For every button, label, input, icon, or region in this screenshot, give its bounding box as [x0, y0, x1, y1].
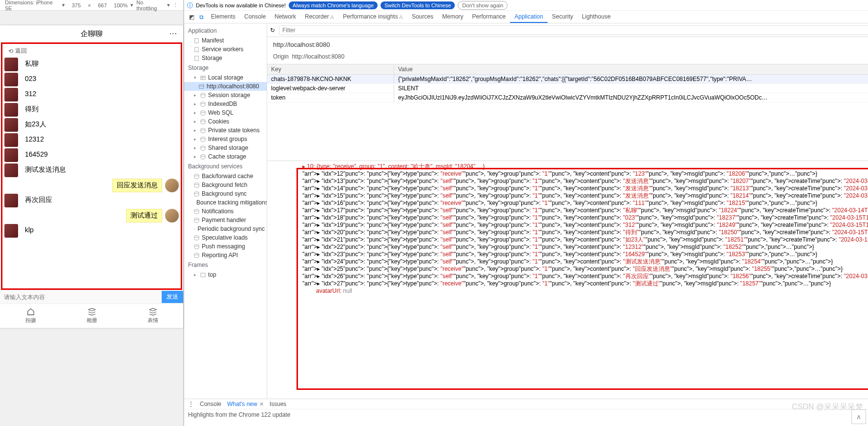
- tabbar-item[interactable]: 相册: [61, 304, 122, 328]
- sidebar-item[interactable]: Notifications: [184, 207, 267, 216]
- avatar[interactable]: [4, 88, 18, 101]
- drawer-tab-whatsnew[interactable]: What's new: [227, 401, 257, 407]
- log-line[interactable]: "arr">▸ "idx">17"punc">: "punc">{"key">t…: [301, 207, 868, 214]
- log-line[interactable]: "arr">▸ "idx">20"punc">: "punc">{"key">t…: [301, 229, 868, 236]
- close-icon[interactable]: ✕: [259, 401, 264, 407]
- tabbar-item[interactable]: 表情: [122, 304, 183, 328]
- log-line[interactable]: "arr">▸ "idx">22"punc">: "punc">{"key">t…: [301, 243, 868, 251]
- match-language-button[interactable]: Always match Chrome's language: [289, 1, 378, 9]
- avatar[interactable]: [4, 58, 18, 71]
- sidebar-frame-top[interactable]: ▸top: [184, 270, 267, 279]
- more-icon[interactable]: ⋮: [173, 2, 178, 8]
- devtools-tab[interactable]: Console: [240, 11, 270, 23]
- devtools-tab[interactable]: Elements: [207, 11, 240, 23]
- log-line[interactable]: ▸ 10: {type: "receive", group: "1", cont…: [301, 163, 868, 170]
- log-line[interactable]: "arr">▸ "idx">19"punc">: "punc">{"key">t…: [301, 222, 868, 229]
- devtools-tab[interactable]: Security: [548, 11, 577, 23]
- drawer-more-icon[interactable]: ⋮: [188, 401, 194, 407]
- sidebar-item[interactable]: Bounce tracking mitigations: [184, 198, 267, 207]
- devtools-tab[interactable]: Lighthouse: [577, 11, 615, 23]
- sidebar-item[interactable]: Back/forward cache: [184, 172, 267, 181]
- log-line[interactable]: "arr">▸ "idx">13"punc">: "punc">{"key">t…: [301, 178, 868, 185]
- inspect-icon[interactable]: ◩: [187, 14, 196, 20]
- sidebar-item[interactable]: Periodic background sync: [184, 224, 267, 233]
- avatar[interactable]: [4, 194, 18, 207]
- message-row[interactable]: 023: [4, 73, 179, 86]
- device-mode-icon[interactable]: ⧉: [197, 14, 206, 20]
- message-row[interactable]: 得到: [4, 103, 179, 117]
- sidebar-item[interactable]: Payment handler: [184, 216, 267, 224]
- drawer-tab-console[interactable]: Console: [200, 401, 221, 407]
- log-line[interactable]: "arr">▸ "idx">23"punc">: "punc">{"key">t…: [301, 251, 868, 258]
- avatar[interactable]: [4, 73, 18, 86]
- device-select[interactable]: Dimensions: iPhone SE: [5, 0, 59, 11]
- sidebar-localhost[interactable]: http://localhost:8080: [184, 82, 267, 91]
- tabbar-item[interactable]: 拍摄: [0, 304, 61, 328]
- sidebar-item[interactable]: ▸Shared storage: [184, 143, 267, 152]
- sidebar-item[interactable]: Push messaging: [184, 242, 267, 251]
- log-line[interactable]: "arr">▸ "idx">26"punc">: "punc">{"key">t…: [301, 273, 868, 280]
- log-line[interactable]: "arr">▸ "idx">25"punc">: "punc">{"key">t…: [301, 265, 868, 273]
- dont-show-button[interactable]: Don't show again: [458, 1, 508, 10]
- sidebar-item[interactable]: Reporting API: [184, 251, 267, 260]
- sidebar-item[interactable]: ▸Private state tokens: [184, 126, 267, 135]
- width-input[interactable]: [68, 2, 85, 8]
- log-line[interactable]: "arr">▸ "idx">14"punc">: "punc">{"key">t…: [301, 185, 868, 192]
- sidebar-item[interactable]: ▸Web SQL: [184, 108, 267, 117]
- devtools-tab[interactable]: Performance: [468, 11, 510, 23]
- switch-chinese-button[interactable]: Switch DevTools to Chinese: [381, 1, 455, 9]
- storage-row[interactable]: tokeneyJhbGciOiJIUzI1NiJ9.eyJzdWIiOiJ7XC…: [267, 93, 868, 102]
- storage-row[interactable]: chats-1879878-NKCNO-NKNK{"privateMsgMaxI…: [267, 75, 868, 84]
- devtools-tab[interactable]: Performance insights ⧊: [339, 11, 407, 23]
- refresh-icon[interactable]: ↻: [270, 27, 275, 34]
- throttle-select[interactable]: No throttling: [136, 0, 164, 11]
- more-icon[interactable]: ···: [169, 29, 177, 38]
- message-input[interactable]: [0, 294, 162, 301]
- avatar[interactable]: [165, 209, 179, 223]
- message-row[interactable]: 312: [4, 88, 179, 101]
- sidebar-item[interactable]: Manifest: [184, 36, 267, 45]
- height-input[interactable]: [94, 2, 111, 8]
- sidebar-item[interactable]: ▸Session storage: [184, 91, 267, 100]
- log-line[interactable]: "arr">▸ "idx">16"punc">: "punc">{"key">t…: [301, 200, 868, 207]
- send-button[interactable]: 发送: [162, 291, 183, 303]
- message-row[interactable]: klp: [4, 224, 179, 238]
- value-preview[interactable]: ▸ 10: {type: "receive", group: "1", cont…: [267, 161, 868, 399]
- log-line[interactable]: "arr">▸ "idx">27"punc">: "punc">{"key">t…: [301, 280, 868, 287]
- sidebar-item[interactable]: ▸IndexedDB: [184, 100, 267, 108]
- sidebar-item[interactable]: Storage: [184, 54, 267, 62]
- zoom-select[interactable]: 100%: [114, 2, 127, 8]
- message-row[interactable]: 12312: [4, 133, 179, 147]
- log-line[interactable]: "arr">▸ "idx">12"punc">: "punc">{"key">t…: [301, 170, 868, 178]
- sidebar-item[interactable]: ▸Cookies: [184, 117, 267, 126]
- message-row[interactable]: 回应发送消息: [4, 179, 179, 192]
- scroll-top-button[interactable]: ∧: [851, 409, 866, 424]
- avatar[interactable]: [165, 179, 179, 192]
- devtools-tab[interactable]: Memory: [438, 11, 467, 23]
- sidebar-item[interactable]: ▸Interest groups: [184, 135, 267, 143]
- sidebar-item[interactable]: Service workers: [184, 45, 267, 54]
- filter-input[interactable]: [279, 25, 868, 35]
- avatar[interactable]: [4, 118, 18, 132]
- devtools-tab[interactable]: Sources: [407, 11, 438, 23]
- log-line[interactable]: "arr">▸ "idx">15"punc">: "punc">{"key">t…: [301, 192, 868, 200]
- message-row[interactable]: 164529: [4, 148, 179, 162]
- sidebar-item[interactable]: Speculative loads: [184, 233, 267, 242]
- sidebar-item[interactable]: Background fetch: [184, 181, 267, 189]
- storage-row[interactable]: loglevel:webpack-dev-serverSILENT: [267, 84, 868, 93]
- back-link[interactable]: ⟲ 返回: [4, 46, 179, 56]
- log-line[interactable]: "arr">▸ "idx">24"punc">: "punc">{"key">t…: [301, 258, 868, 265]
- avatar[interactable]: [4, 224, 18, 238]
- drawer-tab-issues[interactable]: Issues: [270, 401, 287, 407]
- message-row[interactable]: 再次回应: [4, 194, 179, 207]
- message-row[interactable]: 如23人: [4, 118, 179, 132]
- message-row[interactable]: 测试通过: [4, 209, 179, 223]
- chat-message-list[interactable]: ⟲ 返回 私聊023312得到如23人12312164529测试发送消息回应发送…: [1, 42, 182, 290]
- sidebar-local-storage[interactable]: ▾Local storage: [184, 73, 267, 82]
- log-line[interactable]: "arr">▸ "idx">18"punc">: "punc">{"key">t…: [301, 214, 868, 222]
- devtools-tab[interactable]: Network: [270, 11, 300, 23]
- avatar[interactable]: [4, 148, 18, 162]
- devtools-tab[interactable]: Recorder ⧊: [300, 11, 339, 23]
- avatar[interactable]: [4, 103, 18, 117]
- sidebar-item[interactable]: Background sync: [184, 189, 267, 198]
